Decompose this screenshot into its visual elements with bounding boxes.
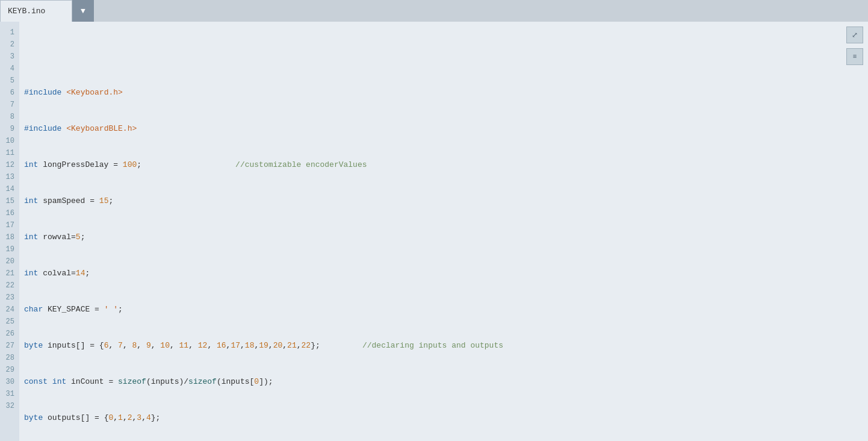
- code-editor[interactable]: #include <Keyboard.h> #include <Keyboard…: [19, 22, 868, 441]
- dropdown-icon: ▼: [81, 7, 85, 16]
- ln-17: 17: [2, 219, 14, 231]
- ln-4: 4: [2, 63, 14, 75]
- tab-label: KEYB.ino: [8, 7, 45, 16]
- expand-icon: ⤢: [852, 31, 858, 40]
- code-line-2: #include <Keyboard.h>: [24, 87, 863, 99]
- ln-28: 28: [2, 352, 14, 364]
- ln-19: 19: [2, 243, 14, 255]
- expand-button[interactable]: ⤢: [846, 27, 863, 43]
- tab-keyb-ino[interactable]: KEYB.ino: [0, 0, 72, 22]
- tab-dropdown-button[interactable]: ▼: [72, 0, 94, 22]
- code-line-4: int longPressDelay = 100; //customizable…: [24, 159, 863, 171]
- ln-12: 12: [2, 159, 14, 171]
- tab-bar: KEYB.ino ▼: [0, 0, 868, 22]
- code-line-6: int rowval=5;: [24, 231, 863, 243]
- code-line-10: const int inCount = sizeof(inputs)/sizeo…: [24, 376, 863, 388]
- ln-31: 31: [2, 388, 14, 400]
- code-line-7: int colval=14;: [24, 267, 863, 280]
- ln-15: 15: [2, 195, 14, 207]
- code-line-11: byte outputs[] = {0,1,2,3,4};: [24, 412, 863, 424]
- code-line-3: #include <KeyboardBLE.h>: [24, 123, 863, 135]
- wrap-button[interactable]: ≡: [846, 48, 863, 65]
- ln-24: 24: [2, 304, 14, 316]
- editor-container: 1 2 3 4 5 6 7 8 9 10 11 12 13 14 15 16 1…: [0, 22, 868, 441]
- ln-2: 2: [2, 39, 14, 51]
- ln-11: 11: [2, 147, 14, 159]
- ln-27: 27: [2, 340, 14, 352]
- ln-13: 13: [2, 171, 14, 183]
- ln-30: 30: [2, 376, 14, 388]
- line-numbers: 1 2 3 4 5 6 7 8 9 10 11 12 13 14 15 16 1…: [0, 22, 19, 441]
- ln-25: 25: [2, 316, 14, 328]
- ln-18: 18: [2, 231, 14, 243]
- ln-3: 3: [2, 51, 14, 63]
- ln-29: 29: [2, 364, 14, 376]
- code-line-1: [24, 51, 863, 63]
- ln-32: 32: [2, 400, 14, 412]
- code-line-8: char KEY_SPACE = ' ';: [24, 304, 863, 316]
- ln-10: 10: [2, 135, 14, 147]
- ln-23: 23: [2, 292, 14, 304]
- ln-5: 5: [2, 75, 14, 87]
- ln-9: 9: [2, 123, 14, 135]
- wrap-icon: ≡: [853, 53, 857, 60]
- ln-20: 20: [2, 255, 14, 267]
- toolbar-right: ⤢ ≡: [846, 27, 863, 65]
- ln-22: 22: [2, 280, 14, 292]
- ln-8: 8: [2, 111, 14, 123]
- code-line-5: int spamSpeed = 15;: [24, 195, 863, 207]
- ln-7: 7: [2, 99, 14, 111]
- ln-6: 6: [2, 87, 14, 99]
- ln-26: 26: [2, 328, 14, 340]
- ln-1: 1: [2, 27, 14, 39]
- ln-21: 21: [2, 267, 14, 280]
- ln-14: 14: [2, 183, 14, 195]
- code-line-9: byte inputs[] = {6, 7, 8, 9, 10, 11, 12,…: [24, 340, 863, 352]
- ln-16: 16: [2, 207, 14, 219]
